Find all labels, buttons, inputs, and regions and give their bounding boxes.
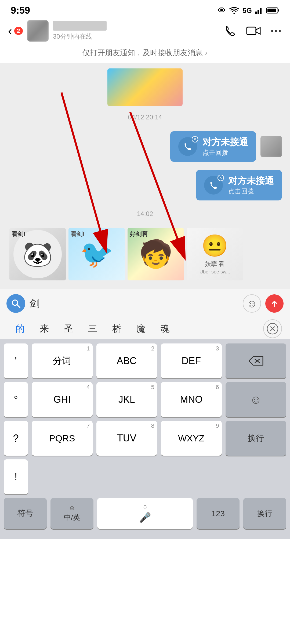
keyboard: ' ° ? ! 1 分词 2 ABC 3 DEF <box>0 339 290 539</box>
suggestion-qiao[interactable]: 桥 <box>105 318 129 339</box>
signal-5g: 5G <box>242 6 252 15</box>
key-9-wxyz[interactable]: 9 WXYZ <box>161 421 222 456</box>
svg-rect-2 <box>260 8 262 14</box>
missed-call-text-2: 对方未接通 点击回拨 <box>228 175 274 196</box>
suggestion-sheng[interactable]: 圣 <box>56 318 81 339</box>
svg-rect-4 <box>278 9 279 12</box>
sticker-duck[interactable]: 🐦 看剑! <box>67 227 126 281</box>
suggestion-lai[interactable]: 来 <box>32 318 56 339</box>
call-x-icon-2: × <box>218 175 224 181</box>
key-enter[interactable]: 换行 <box>226 421 287 456</box>
call-icon-2: × <box>204 176 223 195</box>
search-button[interactable] <box>6 294 25 313</box>
call-icon-1: × <box>178 137 197 156</box>
key-exclaim[interactable]: ! <box>4 459 28 494</box>
search-icon <box>11 299 21 308</box>
key-apostrophe[interactable]: ' <box>4 343 28 378</box>
missed-call-text-1: 对方未接通 点击回拨 <box>202 136 248 157</box>
key-6-mno[interactable]: 6 MNO <box>161 382 222 417</box>
suggestion-hun[interactable]: 魂 <box>153 318 177 339</box>
send-icon <box>270 299 279 308</box>
key-2-abc[interactable]: 2 ABC <box>96 343 157 378</box>
sticker-row: 🐼 看剑! 🐦 看剑! 🧒 好剑啊 😐 妖孽 看Uber see sw... <box>0 225 290 284</box>
more-icon[interactable]: ··· <box>270 24 282 38</box>
suggestion-de[interactable]: 的 <box>8 318 32 339</box>
key-123[interactable]: 123 <box>197 498 240 529</box>
contact-name <box>53 21 107 31</box>
back-badge: 2 <box>14 27 23 35</box>
key-4-ghi[interactable]: 4 GHI <box>32 382 93 417</box>
call-x-icon: × <box>192 136 198 142</box>
wifi-icon <box>229 7 239 14</box>
header-actions: ··· <box>224 24 282 38</box>
svg-rect-1 <box>258 10 259 14</box>
suggestion-mo[interactable]: 魔 <box>129 318 153 339</box>
svg-rect-0 <box>255 12 257 14</box>
suggestion-delete-button[interactable] <box>263 319 282 338</box>
notification-banner[interactable]: 仅打开朋友通知，及时接收朋友消息 › <box>0 43 290 63</box>
key-8-tuv[interactable]: 8 TUV <box>96 421 157 456</box>
emoji-icon: ☺ <box>247 298 258 310</box>
chat-area: 04/12 20:14 × 对方未接通 点击回拨 × <box>0 63 290 289</box>
timestamp-2: 14:02 <box>0 207 290 220</box>
signal-icon <box>255 7 263 14</box>
input-bar: 剑 ☺ <box>0 289 290 318</box>
send-button[interactable] <box>265 294 284 313</box>
status-icons: 👁 5G <box>218 6 279 15</box>
delete-circle-icon <box>267 323 278 335</box>
key-lang[interactable]: ⊕ 中/英 <box>50 498 93 529</box>
contact-info: 30分钟内在线 <box>53 21 224 41</box>
chat-header: ‹ 2 30分钟内在线 ··· <box>0 19 290 43</box>
notification-chevron: › <box>205 49 207 57</box>
input-text[interactable]: 剑 <box>30 297 238 310</box>
svg-line-12 <box>17 305 20 308</box>
top-sticker-preview <box>0 68 290 106</box>
key-emoji[interactable]: ☺ <box>226 382 287 417</box>
key-symbol[interactable]: 符号 <box>4 498 47 529</box>
video-icon[interactable] <box>246 25 261 36</box>
key-space[interactable]: 0 🎤 <box>97 498 193 529</box>
key-return[interactable]: 换行 <box>243 498 286 529</box>
svg-rect-5 <box>267 9 276 12</box>
back-arrow: ‹ <box>8 24 12 38</box>
key-1-fenci[interactable]: 1 分词 <box>32 343 93 378</box>
key-3-def[interactable]: 3 DEF <box>161 343 222 378</box>
battery-icon <box>266 7 279 14</box>
phone-icon[interactable] <box>224 24 237 37</box>
missed-call-bubble-2[interactable]: × 对方未接通 点击回拨 <box>196 170 282 200</box>
suggestion-san[interactable]: 三 <box>81 318 105 339</box>
suggestion-row: 的 来 圣 三 桥 魔 魂 <box>0 318 290 339</box>
sticker-meme[interactable]: 😐 妖孽 看Uber see sw... <box>185 227 244 281</box>
key-backspace[interactable] <box>226 343 287 378</box>
notification-text: 仅打开朋友通知，及时接收朋友消息 <box>82 48 203 58</box>
missed-call-row-2: × 对方未接通 点击回拨 <box>0 167 290 203</box>
sticker-preview-image <box>107 68 183 106</box>
sticker-game[interactable]: 🧒 好剑啊 <box>126 227 185 281</box>
status-time: 9:59 <box>11 5 30 16</box>
key-degree[interactable]: ° <box>4 382 28 417</box>
emoji-button[interactable]: ☺ <box>243 294 261 313</box>
eye-icon: 👁 <box>218 6 226 15</box>
contact-avatar <box>27 20 49 42</box>
missed-call-bubble-1[interactable]: × 对方未接通 点击回拨 <box>170 131 256 162</box>
sender-avatar-1 <box>260 136 282 157</box>
backspace-icon <box>248 356 264 366</box>
key-7-pqrs[interactable]: 7 PQRS <box>32 421 93 456</box>
contact-status: 30分钟内在线 <box>53 32 224 41</box>
back-button[interactable]: ‹ 2 <box>8 24 23 38</box>
status-bar: 9:59 👁 5G <box>0 0 290 19</box>
sticker-panda[interactable]: 🐼 看剑! <box>8 227 67 281</box>
missed-call-row-1: × 对方未接通 点击回拨 <box>0 129 290 164</box>
key-5-jkl[interactable]: 5 JKL <box>96 382 157 417</box>
timestamp-1: 04/12 20:14 <box>0 111 290 123</box>
key-question[interactable]: ? <box>4 421 28 456</box>
svg-rect-6 <box>247 27 256 35</box>
